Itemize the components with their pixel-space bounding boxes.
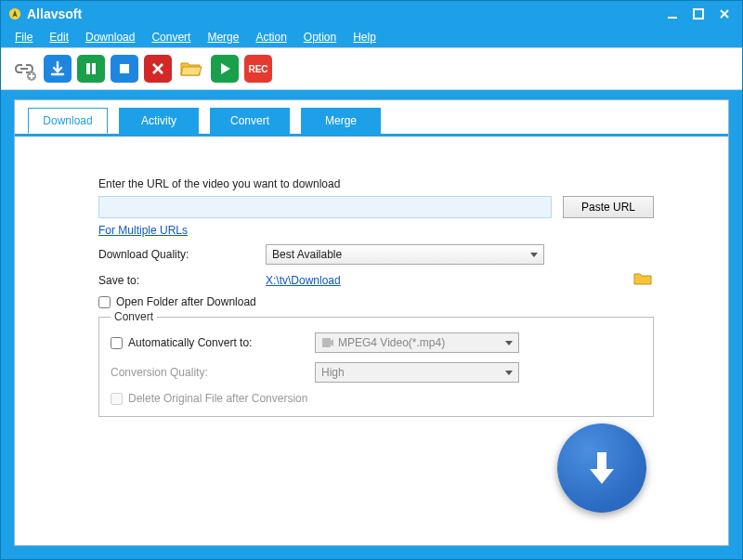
- minimize-button[interactable]: [662, 6, 683, 22]
- stop-icon: [117, 61, 132, 76]
- url-input[interactable]: [98, 196, 552, 218]
- title-bar: Allavsoft: [1, 1, 742, 27]
- tab-bar: Download Activity Convert Merge: [15, 100, 728, 134]
- delete-original-checkbox[interactable]: [111, 393, 123, 405]
- tab-download[interactable]: Download: [28, 108, 108, 134]
- conversion-quality-select[interactable]: High: [315, 362, 519, 383]
- download-arrow-large-icon: [579, 445, 625, 491]
- toolbar-open-folder-button[interactable]: [177, 55, 205, 83]
- app-title: Allavsoft: [27, 7, 82, 21]
- app-logo-icon: [8, 7, 21, 20]
- toolbar: REC: [1, 47, 742, 90]
- maximize-button[interactable]: [688, 6, 709, 22]
- download-panel: Enter the URL of the video you want to d…: [15, 137, 728, 544]
- toolbar-download-button[interactable]: [44, 55, 72, 83]
- maximize-icon: [692, 7, 705, 20]
- save-to-label: Save to:: [98, 274, 266, 287]
- rec-icon: REC: [248, 64, 267, 74]
- client-area: Download Activity Convert Merge Enter th…: [14, 99, 729, 546]
- download-quality-select[interactable]: Best Available: [266, 244, 544, 265]
- enter-url-label: Enter the URL of the video you want to d…: [98, 177, 654, 190]
- toolbar-link-button[interactable]: [10, 55, 38, 83]
- close-button[interactable]: [714, 6, 735, 22]
- minimize-icon: [666, 7, 679, 20]
- menu-bar: File Edit Download Convert Merge Action …: [1, 27, 742, 47]
- svg-rect-2: [694, 9, 703, 19]
- svg-rect-1: [668, 17, 677, 19]
- download-arrow-icon: [49, 60, 66, 77]
- convert-legend: Convert: [111, 310, 157, 323]
- open-folder-label: Open Folder after Download: [116, 295, 256, 308]
- svg-rect-6: [120, 64, 129, 73]
- open-folder-checkbox[interactable]: [98, 296, 111, 308]
- x-icon: [150, 61, 165, 76]
- tab-convert[interactable]: Convert: [210, 108, 290, 134]
- menu-help[interactable]: Help: [346, 29, 383, 46]
- menu-option[interactable]: Option: [297, 29, 343, 46]
- menu-download[interactable]: Download: [79, 29, 141, 46]
- paste-url-button[interactable]: Paste URL: [563, 196, 654, 218]
- tab-merge[interactable]: Merge: [301, 108, 381, 134]
- svg-rect-4: [86, 63, 90, 74]
- toolbar-record-button[interactable]: REC: [244, 55, 272, 83]
- toolbar-play-button[interactable]: [211, 55, 239, 83]
- menu-file[interactable]: File: [8, 29, 39, 46]
- close-icon: [718, 7, 731, 20]
- menu-action[interactable]: Action: [249, 29, 293, 46]
- menu-convert[interactable]: Convert: [145, 29, 197, 46]
- browse-folder-button[interactable]: [633, 272, 652, 285]
- pause-icon: [84, 61, 98, 76]
- auto-convert-checkbox[interactable]: [111, 337, 123, 349]
- auto-convert-label: Automatically Convert to:: [128, 336, 252, 349]
- svg-rect-7: [322, 338, 331, 347]
- multiple-urls-link[interactable]: For Multiple URLs: [98, 224, 188, 237]
- play-icon: [217, 61, 232, 76]
- save-to-path-link[interactable]: X:\tv\Download: [266, 274, 341, 287]
- convert-format-select[interactable]: MPEG4 Video(*.mp4): [315, 332, 519, 353]
- app-window: Allavsoft File Edit Download Convert Mer…: [0, 0, 743, 560]
- tab-activity[interactable]: Activity: [119, 108, 199, 134]
- menu-merge[interactable]: Merge: [201, 29, 245, 46]
- svg-rect-5: [92, 63, 96, 74]
- toolbar-delete-button[interactable]: [144, 55, 172, 83]
- toolbar-pause-button[interactable]: [77, 55, 105, 83]
- big-download-button[interactable]: [557, 423, 646, 513]
- delete-original-label: Delete Original File after Conversion: [128, 392, 307, 405]
- menu-edit[interactable]: Edit: [43, 29, 75, 46]
- download-quality-label: Download Quality:: [98, 248, 266, 261]
- toolbar-stop-button[interactable]: [111, 55, 138, 83]
- video-file-icon: [321, 337, 334, 348]
- folder-open-icon: [179, 59, 203, 79]
- conversion-quality-label: Conversion Quality:: [111, 366, 315, 379]
- link-icon: [11, 56, 37, 82]
- convert-fieldset: Convert Automatically Convert to: MPEG4 …: [98, 310, 654, 417]
